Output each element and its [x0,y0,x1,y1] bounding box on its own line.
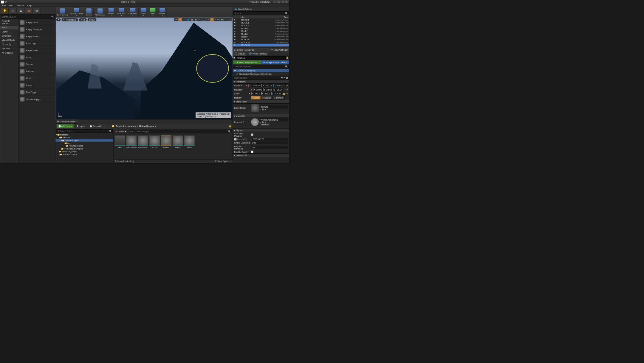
info-icon[interactable]: ⓘ [52,70,54,72]
search-components[interactable]: 🔍 [233,65,289,68]
chevron-down-icon[interactable]: ▾ [251,88,252,91]
eye-icon[interactable]: 👁 [234,44,236,46]
cat-basic[interactable]: Basic [0,26,18,30]
restore-button[interactable]: □ [277,1,281,3]
outliner-item-selected[interactable]: 👁ROCK12StaticMeshActor [233,44,289,46]
actor-box-trigger[interactable]: Box Triggerⓘ [18,89,55,96]
col-label[interactable]: Label [234,16,284,18]
section-constraints[interactable]: ▸ Constraints [233,153,289,157]
scale-icon[interactable]: ⤢ [182,18,186,21]
scale-z[interactable]: Z314.75 [271,92,282,95]
nav-back-icon[interactable]: ← [104,125,106,127]
play-button[interactable]: Play▼ [148,7,157,17]
actor-sphere-trigger[interactable]: Sphere Triggerⓘ [18,96,55,103]
reset-icon[interactable]: ↺ [286,84,288,87]
actor-player-start[interactable]: Player Startⓘ [18,47,55,54]
simulate-physics-checkbox[interactable] [251,133,253,136]
scale-snap-icon[interactable]: ⇲ [210,18,214,21]
filters-button[interactable]: 🔻 Filters▾ [114,129,128,134]
linear-damping-value[interactable]: 0.01 [251,141,288,144]
translate-icon[interactable]: ✥ [174,18,178,21]
info-icon[interactable]: ⓘ [52,77,54,79]
textures-button[interactable]: Textures [260,123,270,126]
col-type[interactable]: Type [284,16,288,18]
search-folders[interactable]: 🔻🔍 [56,129,113,133]
tree-natureshapes[interactable]: ▾📁 NatureShapes [55,139,113,141]
info-icon[interactable]: ⓘ [52,49,54,51]
search-assets[interactable]: 🔍 [129,130,232,133]
search-classes[interactable]: 🔍 [1,15,55,18]
angle-snap-icon[interactable]: △ [202,18,206,21]
loc-y[interactable]: Y-12313. [261,84,273,87]
outliner-item[interactable]: 👁Rock10StaticMeshActor [233,38,289,41]
cinematics-button[interactable]: Cinematics▼ [127,7,139,17]
geometry-mode-icon[interactable]: ▧ [33,8,41,14]
eye-icon[interactable]: 👁 [234,22,236,24]
build-button[interactable]: Build▼ [139,7,148,17]
filter-icon[interactable]: ▦ [286,77,288,79]
launch-button[interactable]: Launch▼ [158,7,167,17]
maximize-button[interactable]: ▢ [281,1,284,3]
cat-all-classes[interactable]: All Classes [0,51,18,55]
eye-icon[interactable]: 👁 [234,38,236,40]
mobility-stationary[interactable]: ◐ Station [261,96,273,99]
bc-meshes[interactable]: meshes [128,125,136,127]
section-materials[interactable]: ▾ Materials [233,114,289,118]
view-options-button[interactable]: 👁 View Options▾ [215,160,232,163]
eye-icon[interactable]: 👁 [234,41,236,43]
outliner-item[interactable]: 👁ROCK11StaticMeshActor [233,41,289,43]
cat-lights[interactable]: Lights [0,30,18,34]
info-icon[interactable]: ⓘ [52,91,54,93]
tree-naturalshapes[interactable]: 📁 NaturalShapes [55,144,113,147]
surface-snap-icon[interactable]: ▦ [190,18,194,21]
close-button[interactable]: ✕ [285,1,289,3]
mesh-thumbnail[interactable] [251,104,259,112]
outliner-search[interactable]: 🔍 [233,11,289,15]
enable-gravity-checkbox[interactable]: ✓ [251,151,253,153]
view-lit[interactable]: ● Lit [79,18,87,21]
camera-speed[interactable]: 2 [224,18,228,21]
cat-volumes[interactable]: Volumes [0,46,18,51]
section-transform[interactable]: ▾ Transform [233,80,289,84]
lock-icon[interactable]: 🔒 [229,125,231,127]
eye-icon[interactable]: 👁 [234,30,236,32]
menu-edit[interactable]: Edit [8,4,14,7]
foliage-mode-icon[interactable]: 🍂 [25,8,32,14]
static-mesh-value[interactable]: ROCK1 [260,105,288,109]
paint-mode-icon[interactable]: ✎ [9,8,16,14]
rot-z[interactable]: Z-25.04 [273,88,283,91]
mass-value[interactable]: 2769355.25 [252,138,288,141]
reset-icon[interactable]: ↺ [286,88,288,91]
add-new-button[interactable]: 📄 Add New ▾ [57,124,73,128]
cat-geometry[interactable]: Geometry [0,42,18,46]
info-icon[interactable]: ⓘ [52,35,54,37]
bc-natureshapes[interactable]: NatureShapes [139,125,154,127]
asset-mountain01[interactable]: mountain01 [138,135,148,149]
asset-tree02[interactable]: tree02 [184,135,195,149]
filter-icon[interactable]: 🔻 [57,130,60,133]
scale-y[interactable]: Y218.5 [261,92,271,95]
tree-new[interactable]: ▾📁 new [55,142,113,144]
rotation-gizmo[interactable] [195,49,231,88]
rot-x[interactable]: X39.91 [253,88,263,91]
actor-empty-actor[interactable]: Empty Actorⓘ [18,19,55,26]
info-icon[interactable]: ⓘ [52,84,54,86]
viewport[interactable]: ▾ ▸ Perspective ● Lit Show ✥ ↻ ⤢ 🌐 ▦ ▦ 1… [55,17,233,119]
eye-icon[interactable]: 👁 [234,33,236,35]
scale-x[interactable]: X241.5 [251,92,261,95]
marketplace-button[interactable]: Marketplace [94,7,106,17]
info-icon[interactable]: ⓘ [52,21,54,23]
outliner-item[interactable]: 👁ROCK3StaticMeshActor [233,18,289,21]
place-mode-icon[interactable]: 💡 [1,8,8,14]
outliner-item[interactable]: 👁Rock9StaticMeshActor [233,35,289,38]
asset-rock02[interactable]: Rock02 [161,135,171,149]
angle-value[interactable]: 10° [206,18,210,21]
info-icon[interactable]: ⓘ [52,56,54,58]
blueprint-button[interactable]: ⚙ Blueprint/Add Script [261,60,289,64]
tree-perspectiveshapes[interactable]: 📁 PerspectiveShapes [55,147,113,150]
rotate-icon[interactable]: ↻ [178,18,182,21]
mobility-static[interactable]: ● Static [251,96,261,99]
chevron-down-icon[interactable]: ▾ [249,92,250,95]
eye-icon[interactable]: 👁 [234,36,236,38]
outliner-item[interactable]: 👁Rock7StaticMeshActor [233,30,289,32]
